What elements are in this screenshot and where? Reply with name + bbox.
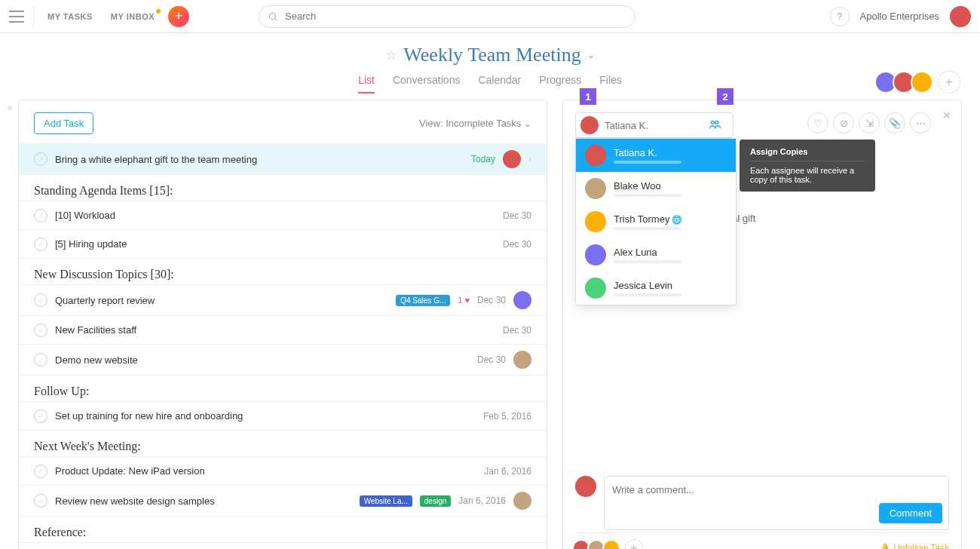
search-icon bbox=[268, 11, 278, 24]
more-icon[interactable]: ⋯ bbox=[910, 112, 931, 133]
subtask-icon[interactable]: ⇲ bbox=[859, 112, 880, 133]
task-detail-pane: × 1 2 ♡ ⊘ ⇲ 📎 ⋯ Tatiana K.Blake WooTrish… bbox=[562, 100, 962, 549]
callout-1: 1 bbox=[580, 88, 596, 105]
task-list-pane: Add Task View: Incomplete Tasks ⌄ Bring … bbox=[18, 100, 547, 549]
add-button[interactable]: + bbox=[168, 6, 189, 27]
bell-icon: 🔔 bbox=[879, 543, 890, 549]
star-icon[interactable]: ☆ bbox=[385, 47, 397, 63]
task-due-date: Jan 6, 2016 bbox=[484, 466, 531, 477]
tab-calendar[interactable]: Calendar bbox=[478, 74, 521, 94]
complete-checkbox[interactable] bbox=[34, 238, 47, 251]
assignee-avatar bbox=[513, 291, 531, 309]
complete-checkbox[interactable] bbox=[34, 494, 47, 508]
assignee-avatar bbox=[580, 116, 599, 134]
member-avatar[interactable] bbox=[911, 71, 933, 94]
task-due-date: Dec 30 bbox=[477, 295, 506, 305]
task-due-date: Feb 5, 2016 bbox=[483, 411, 531, 422]
project-tabs: List Conversations Calendar Progress Fil… bbox=[0, 74, 980, 94]
assignee-field[interactable] bbox=[575, 112, 733, 138]
my-tasks-link[interactable]: MY TASKS bbox=[43, 9, 97, 24]
project-members: + bbox=[879, 71, 960, 94]
person-avatar bbox=[585, 211, 606, 232]
dropdown-item[interactable]: Blake Woo bbox=[576, 172, 736, 205]
person-name: Jessica Levin bbox=[614, 280, 681, 291]
task-row[interactable]: November Notes bbox=[19, 542, 547, 549]
task-row[interactable]: [10] WorkloadDec 30 bbox=[19, 201, 547, 229]
tab-files[interactable]: Files bbox=[599, 74, 622, 94]
comment-box: Comment bbox=[575, 476, 949, 530]
tag-icon[interactable]: ⊘ bbox=[833, 112, 854, 133]
complete-checkbox[interactable] bbox=[34, 353, 47, 367]
svg-point-0 bbox=[269, 13, 275, 19]
task-row[interactable]: Product Update: New iPad versionJan 6, 2… bbox=[19, 456, 547, 485]
like-icon[interactable]: ♡ bbox=[807, 112, 828, 133]
attachment-icon[interactable]: 📎 bbox=[884, 112, 905, 133]
followers-list: + bbox=[575, 539, 643, 549]
expand-icon[interactable]: « bbox=[8, 103, 13, 113]
add-task-button[interactable]: Add Task bbox=[34, 112, 93, 134]
complete-checkbox[interactable] bbox=[34, 465, 47, 478]
dropdown-item[interactable]: Trish Tormey🌐 bbox=[576, 205, 736, 238]
task-title: Quarterly report review bbox=[55, 295, 388, 306]
project-header: ☆ Weekly Team Meeting ⌄ List Conversatio… bbox=[0, 33, 980, 94]
tab-conversations[interactable]: Conversations bbox=[393, 74, 461, 94]
task-due-date: Today bbox=[471, 154, 495, 164]
search-input[interactable] bbox=[259, 5, 635, 28]
complete-checkbox[interactable] bbox=[34, 324, 47, 337]
help-button[interactable]: ? bbox=[830, 7, 850, 26]
task-due-date: Dec 30 bbox=[503, 210, 531, 221]
tab-progress[interactable]: Progress bbox=[539, 74, 581, 94]
task-row[interactable]: Set up training for new hire and onboard… bbox=[19, 401, 547, 430]
add-member-button[interactable]: + bbox=[938, 71, 960, 94]
dropdown-item[interactable]: Tatiana K. bbox=[576, 139, 736, 172]
callout-2: 2 bbox=[717, 88, 733, 105]
svg-point-3 bbox=[715, 121, 718, 124]
dropdown-item[interactable]: Jessica Levin bbox=[576, 271, 736, 305]
commenter-avatar bbox=[575, 476, 596, 497]
section-header[interactable]: Follow Up: bbox=[19, 375, 547, 401]
task-row[interactable]: Bring a white elephant gift to the team … bbox=[19, 143, 547, 174]
task-due-date: Dec 30 bbox=[503, 325, 531, 336]
person-sub bbox=[614, 194, 681, 197]
task-row[interactable]: [5] Hiring updateDec 30 bbox=[19, 229, 547, 258]
task-title: New Facilities staff bbox=[55, 324, 495, 336]
unfollow-button[interactable]: 🔔 Unfollow Task bbox=[879, 543, 949, 549]
user-avatar[interactable] bbox=[950, 6, 971, 27]
person-sub bbox=[614, 227, 681, 230]
comment-button[interactable]: Comment bbox=[879, 503, 942, 523]
task-due-date: Jan 6, 2016 bbox=[458, 495, 506, 506]
assign-copies-icon[interactable] bbox=[709, 118, 721, 133]
section-header[interactable]: New Discussion Topics [30]: bbox=[19, 258, 547, 284]
task-row[interactable]: Demo new websiteDec 30 bbox=[19, 344, 547, 375]
complete-checkbox[interactable] bbox=[34, 152, 47, 166]
view-selector[interactable]: View: Incomplete Tasks ⌄ bbox=[419, 118, 531, 129]
complete-checkbox[interactable] bbox=[34, 409, 47, 423]
section-header[interactable]: Next Week's Meeting: bbox=[19, 430, 547, 456]
tag-pill[interactable]: Website La... bbox=[360, 495, 412, 507]
add-follower-button[interactable]: + bbox=[625, 539, 643, 549]
close-icon[interactable]: × bbox=[942, 108, 951, 124]
task-title: Set up training for new hire and onboard… bbox=[55, 410, 476, 422]
chevron-down-icon[interactable]: ⌄ bbox=[587, 50, 595, 60]
tag-pill[interactable]: Q4 Sales G... bbox=[396, 295, 450, 306]
complete-checkbox[interactable] bbox=[34, 209, 47, 222]
task-row[interactable]: Quarterly report reviewQ4 Sales G...1 ♥D… bbox=[19, 284, 547, 315]
tag-pill[interactable]: design bbox=[420, 495, 451, 507]
section-header[interactable]: Reference: bbox=[19, 516, 547, 542]
org-name[interactable]: Apollo Enterprises bbox=[860, 11, 940, 22]
complete-checkbox[interactable] bbox=[34, 293, 47, 307]
task-action-icons: ♡ ⊘ ⇲ 📎 ⋯ bbox=[807, 112, 931, 133]
my-inbox-link[interactable]: MY INBOX bbox=[106, 9, 159, 24]
tab-list[interactable]: List bbox=[358, 74, 375, 94]
person-sub bbox=[614, 293, 681, 296]
assignee-input[interactable] bbox=[605, 120, 703, 131]
task-title: Demo new website bbox=[55, 354, 470, 366]
section-header[interactable]: Standing Agenda Items [15]: bbox=[19, 174, 547, 201]
globe-icon: 🌐 bbox=[672, 215, 682, 224]
task-row[interactable]: New Facilities staffDec 30 bbox=[19, 315, 547, 344]
project-title[interactable]: Weekly Team Meeting bbox=[403, 44, 580, 66]
follower-avatar[interactable] bbox=[602, 539, 620, 549]
task-row[interactable]: Review new website design samplesWebsite… bbox=[19, 485, 547, 516]
dropdown-item[interactable]: Alex Luna bbox=[576, 238, 736, 271]
menu-icon[interactable] bbox=[9, 11, 24, 23]
